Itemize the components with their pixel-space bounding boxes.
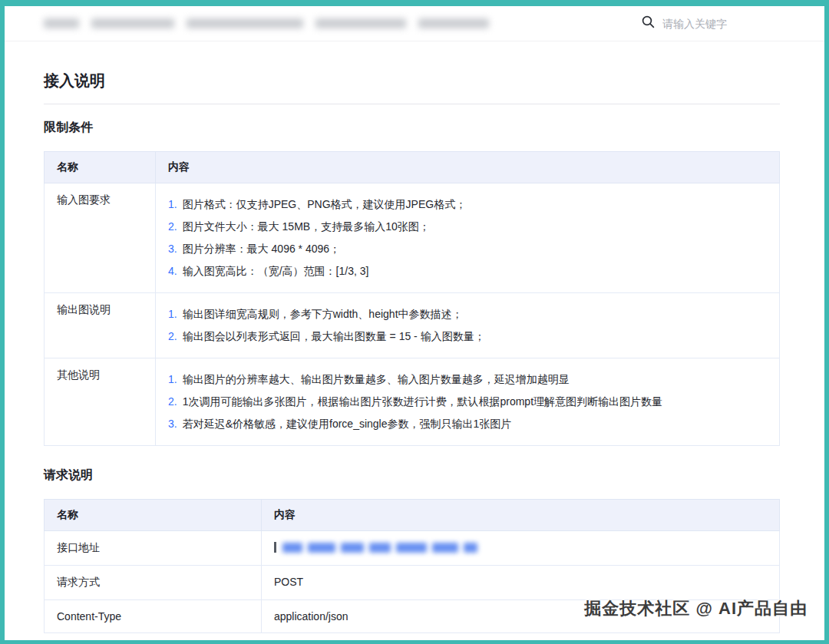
search-box[interactable] [642,15,803,31]
page-title: 接入说明 [44,71,780,91]
numbered-list: 输出图详细宽高规则，参考下方width、height中参数描述； 输出图会以列表… [168,303,767,348]
limits-table: 名称 内容 输入图要求 图片格式：仅支持JPEG、PNG格式，建议使用JPEG格… [44,151,780,446]
list-item: 图片格式：仅支持JPEG、PNG格式，建议使用JPEG格式； [168,193,767,216]
column-header-name: 名称 [45,500,262,531]
table-row: Content-Type application/json [45,600,780,633]
row-name: 输出图说明 [45,293,156,358]
table-row: 其他说明 输出图片的分辨率越大、输出图片数量越多、输入图片数量越多，延迟增加越明… [45,358,780,446]
list-item: 输出图会以列表形式返回，最大输出图数量 = 15 - 输入图数量； [168,325,767,348]
redacted-breadcrumb-segment [91,18,174,28]
top-navigation-bar [5,6,824,41]
column-header-name: 名称 [45,152,156,183]
redacted-api-endpoint [274,541,767,553]
redacted-breadcrumb-segment [315,18,406,28]
row-content: 输出图片的分辨率越大、输出图片数量越多、输入图片数量越多，延迟增加越明显 1次调… [156,358,780,446]
redacted-url-segments [282,543,477,553]
list-item: 输出图片的分辨率越大、输出图片数量越多、输入图片数量越多，延迟增加越明显 [168,368,767,391]
request-table: 名称 内容 接口地址 [44,499,780,633]
list-item: 输入图宽高比：（宽/高）范围：[1/3, 3] [168,260,767,282]
table-row: 请求方式 POST [45,566,780,600]
table-row: 输入图要求 图片格式：仅支持JPEG、PNG格式，建议使用JPEG格式； 图片文… [45,183,780,293]
redacted-breadcrumb-segment [187,18,303,28]
list-item: 1次调用可能输出多张图片，根据输出图片张数进行计费，默认根据prompt理解意图… [168,391,767,413]
row-content: POST [262,566,780,600]
numbered-list: 图片格式：仅支持JPEG、PNG格式，建议使用JPEG格式； 图片文件大小：最大… [168,193,767,282]
row-name: 接口地址 [45,531,262,566]
table-row: 输出图说明 输出图详细宽高规则，参考下方width、height中参数描述； 输… [45,293,780,358]
table-header-row: 名称 内容 [45,500,780,531]
page-container: 接入说明 限制条件 名称 内容 输入图要求 图片格式：仅支持JPEG、PNG格式… [5,6,824,640]
row-content: application/json [262,600,780,633]
list-item: 图片分辨率：最大 4096 * 4096； [168,238,767,260]
numbered-list: 输出图片的分辨率越大、输出图片数量越多、输入图片数量越多，延迟增加越明显 1次调… [168,368,767,435]
row-name: 输入图要求 [45,183,156,293]
row-content: 图片格式：仅支持JPEG、PNG格式，建议使用JPEG格式； 图片文件大小：最大… [156,183,780,293]
row-content [262,531,780,566]
table-row: 接口地址 [45,531,780,566]
column-header-content: 内容 [156,152,780,183]
column-header-content: 内容 [262,500,780,531]
search-input[interactable] [662,18,785,30]
list-item: 图片文件大小：最大 15MB，支持最多输入10张图； [168,216,767,238]
text-cursor-mark [274,542,276,553]
redacted-breadcrumb-segment [44,18,79,28]
section-heading-limits: 限制条件 [44,120,780,136]
redacted-breadcrumb-segment [418,18,489,28]
breadcrumb [44,18,489,28]
row-content: 输出图详细宽高规则，参考下方width、height中参数描述； 输出图会以列表… [156,293,780,358]
title-divider [44,104,780,104]
section-heading-request: 请求说明 [44,467,780,484]
table-header-row: 名称 内容 [45,152,780,183]
search-icon[interactable] [642,15,655,31]
list-item: 若对延迟&价格敏感，建议使用force_single参数，强制只输出1张图片 [168,413,767,435]
list-item: 输出图详细宽高规则，参考下方width、height中参数描述； [168,303,767,325]
row-name: Content-Type [45,600,262,633]
row-name: 其他说明 [45,358,156,446]
row-name: 请求方式 [45,566,262,600]
document-content: 接入说明 限制条件 名称 内容 输入图要求 图片格式：仅支持JPEG、PNG格式… [5,41,824,640]
